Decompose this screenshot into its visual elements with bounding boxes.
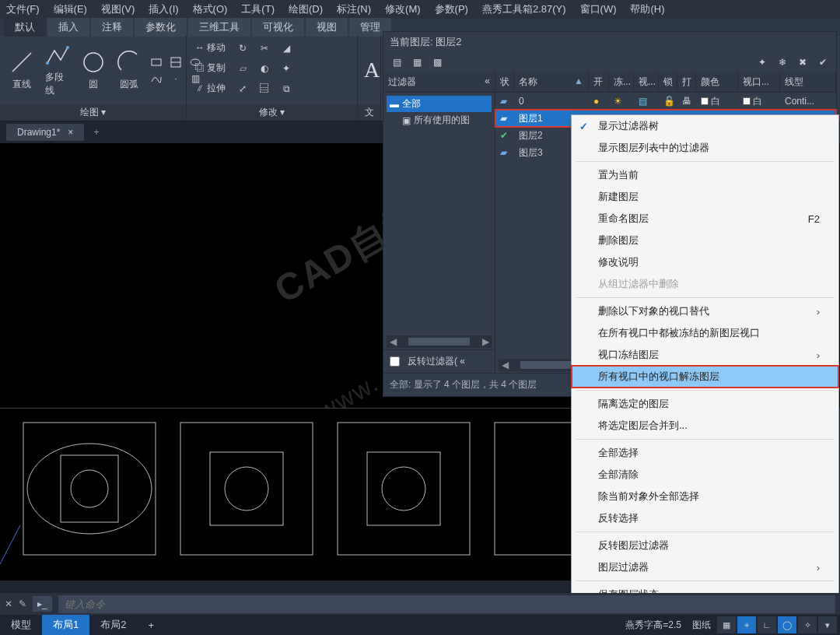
status-osnap-icon[interactable]: ✧ [798, 616, 817, 633]
col-status[interactable]: 状 [495, 72, 514, 92]
menu-view[interactable]: 视图(V) [101, 2, 135, 16]
menu-format[interactable]: 格式(O) [193, 2, 228, 16]
invert-filter-checkbox[interactable] [390, 356, 400, 367]
col-lock[interactable]: 锁 [659, 72, 677, 92]
bulb-on-icon[interactable]: ● [593, 96, 599, 107]
mi-set-current[interactable]: 置为当前 [572, 164, 838, 186]
layer-states-icon[interactable]: ▩ [430, 55, 444, 69]
mi-layer-filters[interactable]: 图层过滤器› [572, 556, 838, 578]
tool-move[interactable]: ↔ 移动 [193, 39, 228, 57]
col-plot[interactable]: 打 [677, 72, 696, 92]
menu-draw[interactable]: 绘图(D) [289, 2, 323, 16]
col-on[interactable]: 开 [589, 72, 609, 92]
ribbon-tab-annotate[interactable]: 注释 [91, 18, 133, 37]
tool-line[interactable]: 直线 [6, 47, 37, 94]
menu-modify[interactable]: 修改(M) [385, 2, 421, 16]
menu-edit[interactable]: 编辑(E) [54, 2, 87, 16]
mi-delete-layer[interactable]: 删除图层 [572, 230, 838, 251]
tool-copy[interactable]: ⿻ 复制 [193, 59, 228, 77]
menu-insert[interactable]: 插入(I) [149, 2, 178, 16]
mi-invert-sel[interactable]: 反转选择 [572, 507, 838, 529]
tool-rectangle-icon[interactable] [149, 55, 163, 69]
array-icon[interactable]: ⿳ [257, 82, 271, 96]
col-vp[interactable]: 视... [634, 72, 659, 92]
panel-annotation-title[interactable]: 文 [358, 104, 380, 121]
vp-thaw-icon[interactable]: ▤ [639, 96, 647, 107]
panel-draw-title[interactable]: 绘图 ▾ [0, 104, 186, 121]
mi-invert-layer-filter[interactable]: 反转图层过滤器 [572, 535, 838, 556]
ribbon-tab-default[interactable]: 默认 [4, 18, 46, 37]
mi-merge[interactable]: 将选定图层合并到... [572, 415, 838, 437]
tab-layout1[interactable]: 布局1 [42, 615, 89, 635]
new-filter-icon[interactable]: ▤ [390, 55, 404, 69]
filter-hscroll[interactable]: ◀▶ [387, 335, 492, 348]
filter-tree-used[interactable]: ▣ 所有使用的图 [387, 112, 492, 128]
status-dyn-icon[interactable]: ▾ [818, 616, 837, 633]
status-grid-icon[interactable]: ▦ [717, 616, 736, 633]
mi-vp-freeze[interactable]: 视口冻结图层› [572, 344, 838, 366]
filter-tree-all[interactable]: ▬ 全部 [387, 96, 492, 112]
ribbon-tab-3d[interactable]: 三维工具 [188, 18, 250, 37]
mi-clear-all[interactable]: 全部清除 [572, 464, 838, 486]
tool-point-icon[interactable]: · [169, 72, 183, 86]
ribbon-tab-visualize[interactable]: 可视化 [252, 18, 304, 37]
menu-tools[interactable]: 工具(T) [241, 2, 275, 16]
mirror-icon[interactable]: ▱ [236, 61, 250, 75]
menu-window[interactable]: 窗口(W) [580, 2, 617, 16]
freeze-layer-icon[interactable]: ❄ [775, 55, 789, 69]
erase-icon[interactable]: ◢ [279, 41, 293, 55]
fillet-icon[interactable]: ◐ [257, 61, 271, 75]
ribbon-tab-insert[interactable]: 插入 [47, 18, 89, 37]
sun-icon[interactable]: ☀ [614, 96, 622, 107]
customize-icon[interactable]: ✎ [19, 598, 26, 609]
col-linetype[interactable]: 线型 [780, 72, 836, 92]
mi-isolate[interactable]: 隔离选定的图层 [572, 393, 838, 415]
set-current-icon[interactable]: ✔ [816, 55, 830, 69]
tool-stretch[interactable]: ⫽ 拉伸 [193, 79, 228, 97]
command-input[interactable] [58, 595, 835, 613]
ribbon-tab-view[interactable]: 视图 [306, 18, 348, 37]
explode-icon[interactable]: ✦ [279, 61, 293, 75]
doc-tab-drawing1[interactable]: Drawing1* × [6, 124, 84, 141]
offset-icon[interactable]: ⧉ [279, 82, 293, 96]
mi-select-all-but[interactable]: 除当前对象外全部选择 [572, 486, 838, 507]
trim-icon[interactable]: ✂ [257, 41, 271, 55]
delete-layer-icon[interactable]: ✖ [796, 55, 810, 69]
menu-parametric[interactable]: 参数(P) [435, 2, 468, 16]
ribbon-tab-parametric[interactable]: 参数化 [135, 18, 187, 37]
close-icon[interactable]: ✕ [5, 598, 12, 609]
scale-icon[interactable]: ⤢ [236, 82, 250, 96]
tab-add[interactable]: + [137, 616, 165, 634]
col-name[interactable]: 名称 ▲ [514, 72, 589, 92]
status-ortho-icon[interactable]: ∟ [758, 616, 776, 633]
annotation-text-icon[interactable]: A [364, 58, 380, 82]
new-group-filter-icon[interactable]: ▦ [410, 55, 424, 69]
mi-change-desc[interactable]: 修改说明 [572, 251, 838, 273]
mi-new-layer[interactable]: 新建图层 [572, 186, 838, 208]
tab-layout2[interactable]: 布局2 [89, 615, 137, 635]
status-snap-icon[interactable]: ⌖ [737, 616, 756, 633]
panel-modify-title[interactable]: 修改 ▾ [187, 104, 357, 121]
tool-polyline[interactable]: 多段线 [42, 40, 73, 100]
col-vpcolor[interactable]: 视口... [738, 72, 780, 92]
plot-icon[interactable]: 🖶 [682, 96, 691, 107]
mi-new-frozen-vp[interactable]: 在所有视口中都被冻结的新图层视口 [572, 322, 838, 344]
rotate-icon[interactable]: ↻ [236, 41, 250, 55]
tool-circle[interactable]: 圆 [78, 47, 109, 94]
mi-rename-layer[interactable]: 重命名图层F2 [572, 208, 838, 230]
paperspace-viewport[interactable] [0, 408, 576, 581]
mi-show-filters-in-list[interactable]: 显示图层列表中的过滤器 [572, 137, 838, 159]
color-swatch[interactable] [701, 97, 709, 105]
menu-file[interactable]: 文件(F) [6, 2, 40, 16]
filter-collapse-icon[interactable]: « [485, 75, 490, 89]
close-icon[interactable]: × [68, 127, 73, 138]
mi-delete-vp-overrides[interactable]: 删除以下对象的视口替代› [572, 300, 838, 322]
unlock-icon[interactable]: 🔓 [663, 96, 675, 107]
status-polar-icon[interactable]: ◯ [778, 616, 796, 633]
new-layer-icon[interactable]: ✦ [755, 55, 769, 69]
menu-help[interactable]: 帮助(H) [630, 2, 664, 16]
mi-vp-thaw-all[interactable]: 所有视口中的视口解冻图层 [572, 366, 838, 388]
mi-select-all[interactable]: 全部选择 [572, 442, 838, 464]
mi-show-filter-tree[interactable]: 显示过滤器树 [572, 115, 838, 137]
layer-row-0[interactable]: ▰ 0 ● ☀ ▤ 🔓 🖶 白 白 Conti... [495, 93, 836, 110]
